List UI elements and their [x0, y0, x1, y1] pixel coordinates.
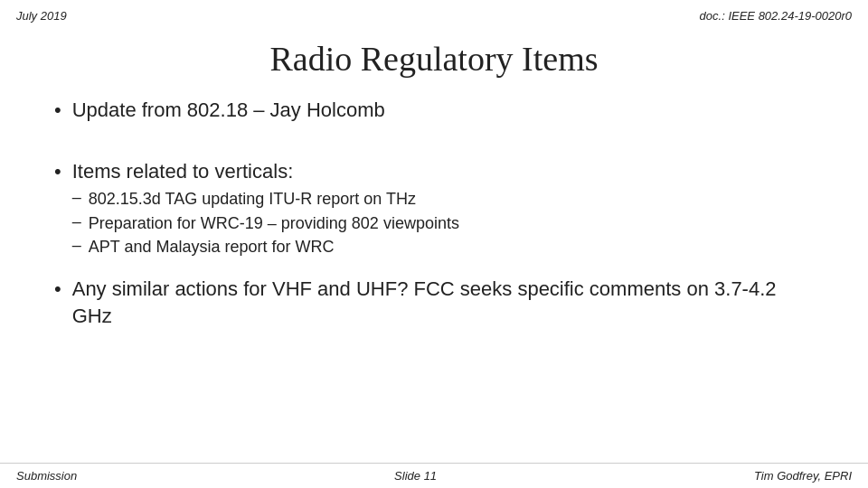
footer-slide-number: Slide 11: [394, 469, 437, 483]
header-bar: July 2019 doc.: IEEE 802.24-19-0020r0: [0, 0, 868, 23]
bullet-text-1: Update from 802.18 – Jay Holcomb: [72, 97, 385, 124]
slide-title: Radio Regulatory Items: [36, 39, 832, 79]
footer-bar: Submission Slide 11 Tim Godfrey, EPRI: [0, 463, 868, 488]
sub-text-2-2: Preparation for WRC-19 – providing 802 v…: [89, 212, 459, 234]
header-doc: doc.: IEEE 802.24-19-0020r0: [700, 9, 852, 23]
header-date: July 2019: [16, 9, 67, 23]
footer-author: Tim Godfrey, EPRI: [754, 469, 852, 483]
bullet-text-2: Items related to verticals:: [72, 160, 294, 183]
bullet-dot-2: •: [54, 160, 61, 183]
sub-dash-2-2: –: [72, 212, 81, 231]
sub-bullet-2-2: – Preparation for WRC-19 – providing 802…: [72, 212, 459, 234]
bullet-text-3: Any similar actions for VHF and UHF? FCC…: [72, 276, 814, 329]
footer-submission: Submission: [16, 469, 77, 483]
sub-bullets-2: – 802.15.3d TAG updating ITU-R report on…: [72, 188, 459, 258]
content-area: • Update from 802.18 – Jay Holcomb • Ite…: [0, 88, 868, 330]
sub-bullet-2-3: – APT and Malaysia report for WRC: [72, 236, 459, 258]
title-area: Radio Regulatory Items: [0, 23, 868, 88]
sub-bullet-2-1: – 802.15.3d TAG updating ITU-R report on…: [72, 188, 459, 210]
sub-dash-2-1: –: [72, 188, 81, 207]
sub-dash-2-3: –: [72, 236, 81, 255]
bullet-2: • Items related to verticals: – 802.15.3…: [54, 158, 814, 260]
sub-text-2-1: 802.15.3d TAG updating ITU-R report on T…: [89, 188, 416, 210]
bullet-3: • Any similar actions for VHF and UHF? F…: [54, 276, 814, 329]
bullet-dot-1: •: [54, 99, 61, 122]
slide: July 2019 doc.: IEEE 802.24-19-0020r0 Ra…: [0, 0, 868, 488]
bullet-dot-3: •: [54, 277, 61, 301]
bullet-2-content: Items related to verticals: – 802.15.3d …: [72, 158, 459, 260]
sub-text-2-3: APT and Malaysia report for WRC: [89, 236, 335, 258]
bullet-1: • Update from 802.18 – Jay Holcomb: [54, 97, 814, 124]
